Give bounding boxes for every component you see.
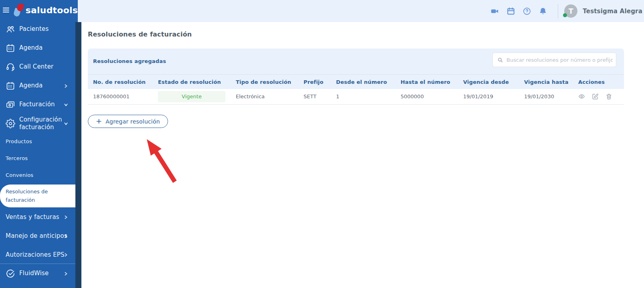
billing-icon: [6, 100, 15, 110]
sidebar-item-manejo-de-anticipos[interactable]: Manejo de anticipos: [0, 231, 75, 241]
cell-numero: 18760000001: [88, 89, 158, 104]
chevron-right-icon: [64, 84, 68, 88]
delete-icon[interactable]: [606, 93, 612, 100]
panel-title: Resoluciones agregadas: [93, 58, 166, 64]
sidebar-item-convenios[interactable]: Convenios: [0, 170, 75, 180]
sidebar-item-productos[interactable]: Productos: [0, 136, 75, 146]
sidebar-item-label: Autorizaciones EPS: [6, 251, 65, 258]
topbar: T Testsigma Alegra: [78, 0, 644, 22]
chevron-down-icon: [64, 103, 68, 107]
chevron-right-icon: [64, 253, 68, 257]
resolutions-panel: Resoluciones agregadas No. de resolución…: [88, 49, 624, 105]
sidebar-item-label: Terceros: [6, 155, 28, 161]
video-call-icon[interactable]: [490, 7, 499, 16]
column-header: Tipo de resolución: [236, 75, 304, 89]
table-header-row: No. de resolución Estado de resolución T…: [88, 75, 624, 89]
page-title: Resoluciones de facturación: [88, 30, 192, 38]
sidebar-item-label: Convenios: [6, 172, 33, 178]
user-avatar[interactable]: T: [564, 4, 577, 18]
sidebar-item-label: Facturación: [19, 101, 61, 109]
sidebar-item-label: Ventas y facturas: [6, 213, 59, 221]
chevron-down-icon: [64, 122, 68, 126]
column-header: Estado de resolución: [158, 75, 236, 89]
sidebar-item-autorizaciones-eps[interactable]: Autorizaciones EPS: [0, 249, 75, 260]
sidebar-item-label: Resoluciones de facturación: [6, 188, 58, 204]
column-header: No. de resolución: [88, 75, 158, 89]
sidebar-item-resoluciones-de-facturacion-active[interactable]: Resoluciones de facturación: [0, 185, 75, 207]
chevron-right-icon: [64, 272, 68, 276]
chevron-right-icon: [64, 234, 68, 238]
fluidwise-icon: [6, 269, 15, 278]
column-header: Acciones: [578, 75, 624, 89]
sidebar-item-configuracion-facturacion[interactable]: Configuración facturación: [0, 112, 75, 135]
column-header: Vigencia desde: [463, 75, 524, 89]
cell-acciones: [578, 89, 624, 104]
sidebar-item-label: Agenda: [19, 44, 61, 52]
bell-icon[interactable]: [539, 7, 547, 16]
resolutions-table: No. de resolución Estado de resolución T…: [88, 75, 624, 105]
sidebar-item-label: FluidWise: [19, 270, 61, 278]
chevron-right-icon: [64, 215, 68, 219]
search-input[interactable]: [506, 57, 616, 63]
search-box: [492, 53, 616, 67]
sidebar-item-agenda[interactable]: Agenda: [0, 39, 75, 57]
sidebar-item-pacientes[interactable]: Pacientes: [0, 20, 75, 39]
sidebar-item-label: Manejo de anticipos: [6, 232, 67, 239]
add-resolution-label: Agregar resolución: [105, 118, 160, 125]
column-header: Vigencia hasta: [524, 75, 578, 89]
sidebar-item-label: Configuración facturación: [19, 116, 61, 132]
panel-header: Resoluciones agregadas: [88, 49, 624, 75]
cell-vigencia-hasta: 19/01/2030: [524, 89, 578, 104]
sidebar-item-label: Productos: [6, 138, 32, 144]
sidebar: saludtools Pacientes Agenda Call Center …: [0, 0, 78, 288]
status-badge: Vigente: [158, 91, 225, 102]
cell-estado: Vigente: [158, 89, 236, 104]
search-icon: [497, 57, 503, 63]
brand-name: saludtools: [26, 5, 78, 15]
cell-tipo: Electrónica: [236, 89, 304, 104]
calendar-icon[interactable]: [506, 7, 515, 16]
sidebar-item-label: Agenda: [19, 82, 61, 90]
help-icon[interactable]: [522, 7, 531, 16]
plus-icon: +: [96, 118, 102, 125]
status-dot: [563, 13, 567, 17]
patients-icon: [6, 24, 15, 34]
headset-icon: [6, 62, 15, 72]
cell-prefijo: SETT: [304, 89, 336, 104]
cell-vigencia-desde: 19/01/2019: [463, 89, 524, 104]
sidebar-item-terceros[interactable]: Terceros: [0, 153, 75, 163]
main-content: Resoluciones de facturación Resoluciones…: [81, 22, 644, 288]
gear-icon: [6, 119, 15, 128]
logo-row: saludtools: [0, 0, 78, 20]
sidebar-divider: [0, 264, 75, 264]
add-resolution-button[interactable]: + Agregar resolución: [88, 115, 168, 128]
hamburger-menu-icon[interactable]: [3, 6, 9, 14]
cell-desde: 1: [336, 89, 401, 104]
calendar-icon: [6, 81, 15, 91]
sidebar-item-label: Pacientes: [19, 25, 61, 33]
sidebar-edge-strip: [75, 22, 81, 288]
cell-hasta: 5000000: [401, 89, 463, 104]
view-icon[interactable]: [578, 93, 585, 100]
edit-icon[interactable]: [592, 93, 599, 100]
sidebar-item-ventas-y-facturas[interactable]: Ventas y facturas: [0, 212, 75, 222]
sidebar-item-call-center[interactable]: Call Center: [0, 58, 75, 76]
saludtools-logo-icon: [14, 4, 23, 16]
sidebar-item-agenda-2[interactable]: Agenda: [0, 77, 75, 95]
sidebar-item-fluidwise[interactable]: FluidWise: [0, 266, 75, 282]
calendar-icon: [6, 43, 15, 53]
column-header: Hasta el número: [401, 75, 463, 89]
table-row: 18760000001 Vigente Electrónica SETT 1 5…: [88, 89, 624, 104]
column-header: Desde el número: [336, 75, 401, 89]
user-name[interactable]: Testsigma Alegra: [583, 8, 642, 15]
sidebar-item-label: Call Center: [19, 63, 61, 71]
topbar-divider: [558, 4, 558, 18]
column-header: Prefijo: [304, 75, 336, 89]
sidebar-item-facturacion[interactable]: Facturación: [0, 95, 75, 114]
